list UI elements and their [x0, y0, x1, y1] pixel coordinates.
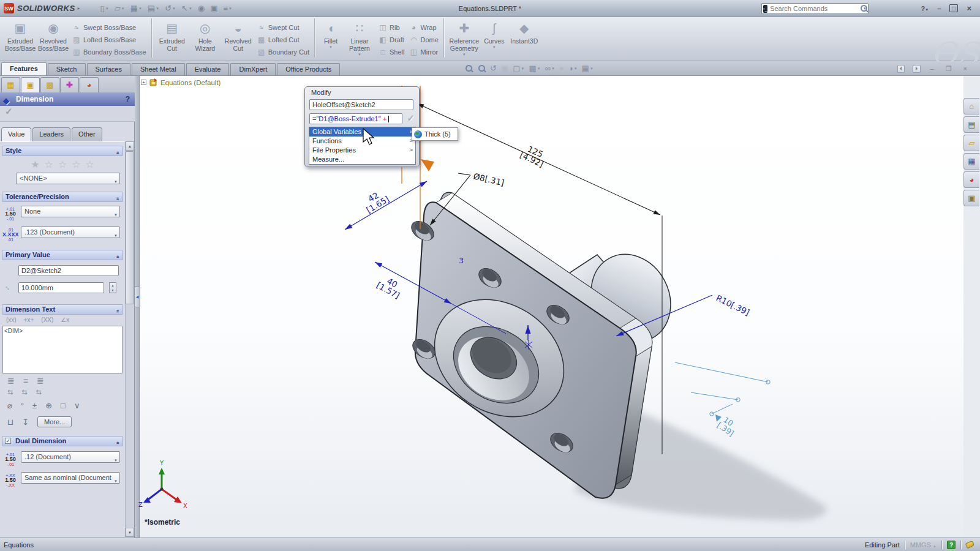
- mirror-button[interactable]: ◫Mirror: [407, 46, 440, 58]
- propertymanager-tab[interactable]: ▣: [21, 77, 40, 92]
- expand-icon[interactable]: +: [141, 80, 146, 85]
- swap-arrows-icon[interactable]: ↔: [3, 282, 13, 292]
- doc-restore-button[interactable]: ❐: [944, 65, 954, 73]
- tab-surfaces[interactable]: Surfaces: [87, 63, 130, 75]
- swept-boss-button[interactable]: ≈Swept Boss/Base: [70, 21, 149, 34]
- tolerance-section-header[interactable]: Tolerance/Precision»: [2, 192, 123, 202]
- doc-close-button[interactable]: ×: [962, 65, 969, 73]
- taskpane-file-explorer-icon[interactable]: ▱: [963, 135, 979, 151]
- panel-collapse-handle[interactable]: ◀: [134, 287, 140, 307]
- draft-button[interactable]: ◧Draft: [376, 34, 407, 46]
- pane-left-icon[interactable]: ⏴: [897, 65, 905, 73]
- load-style-icon[interactable]: ☆: [86, 159, 94, 170]
- pm-ok-button[interactable]: ✓: [5, 106, 13, 116]
- dimension-name-input[interactable]: HoleOffset@Sketch2: [309, 99, 413, 110]
- select-button[interactable]: ↖▼: [179, 2, 194, 14]
- submenu-item-thick[interactable]: Thick (5): [424, 130, 451, 138]
- file-properties-button[interactable]: ▣: [208, 2, 219, 14]
- status-help-icon[interactable]: ?: [947, 541, 956, 549]
- style-section-header[interactable]: Style»: [2, 146, 123, 156]
- parentheses-icon[interactable]: (xx): [6, 317, 17, 323]
- previous-view-icon[interactable]: ↺: [490, 64, 497, 73]
- dimension-name-field[interactable]: D2@Sketch2: [18, 265, 119, 276]
- undo-button[interactable]: ↺▼: [163, 2, 178, 14]
- menu-expand-icon[interactable]: ▸: [78, 6, 80, 11]
- primary-value-section-header[interactable]: Primary Value»: [2, 250, 123, 260]
- save-button[interactable]: ▦▼: [129, 2, 144, 14]
- restore-button[interactable]: □: [949, 4, 958, 12]
- modify-dialog[interactable]: Modify HoleOffset@Sketch2 ="D1@Boss-Extr…: [304, 86, 420, 167]
- justify-right-icon[interactable]: ≣: [37, 376, 44, 386]
- curves-button[interactable]: ʃ Curves ▼: [481, 19, 508, 57]
- more-symbols-button[interactable]: More...: [37, 416, 72, 427]
- zoom-to-area-icon[interactable]: [477, 64, 486, 73]
- view-orientation-icon[interactable]: ▢▼: [513, 64, 524, 73]
- instant3d-button[interactable]: ◆ Instant3D: [508, 19, 541, 57]
- dimension-text-area[interactable]: <DIM>: [2, 326, 123, 373]
- centerline-symbol-icon[interactable]: ⊕: [45, 401, 52, 410]
- configurationmanager-tab[interactable]: ▩: [40, 77, 59, 92]
- revolved-boss-button[interactable]: ◉ Revolved Boss/Base: [37, 19, 70, 57]
- pm-scrollbar[interactable]: ▲ ▼: [125, 141, 134, 537]
- tab-sketch[interactable]: Sketch: [48, 63, 86, 75]
- taskpane-appearances-icon[interactable]: ◕: [963, 171, 979, 188]
- menu-item-measure[interactable]: Measure...: [309, 155, 415, 164]
- boundary-cut-button[interactable]: ▧Boundary Cut: [255, 46, 312, 58]
- edit-appearance-icon[interactable]: ●: [559, 64, 564, 73]
- shell-button[interactable]: □Shell: [376, 46, 407, 58]
- text-position-icon-3[interactable]: ⇆: [36, 388, 41, 396]
- section-view-icon[interactable]: ▣: [501, 64, 508, 73]
- doc-minimize-button[interactable]: –: [929, 65, 936, 73]
- rebuild-button[interactable]: ◉: [196, 2, 206, 14]
- fillet-button[interactable]: ◖ Fillet ▼: [318, 19, 343, 57]
- collapse-icon[interactable]: »: [113, 151, 123, 154]
- counterbore-symbol-icon[interactable]: ⊔: [7, 418, 13, 427]
- dimension-value-field[interactable]: 10.000mm: [18, 282, 104, 293]
- dual-tolerance-select[interactable]: Same as nominal (Document▼: [21, 472, 120, 484]
- square-symbol-icon[interactable]: □: [61, 401, 66, 410]
- help-button[interactable]: ?▼: [921, 5, 929, 12]
- search-icon[interactable]: [859, 4, 863, 13]
- dual-dimension-section-header[interactable]: ✓ Dual Dimension»: [2, 436, 123, 446]
- boundary-boss-button[interactable]: ▥Boundary Boss/Base: [70, 46, 149, 58]
- options-button[interactable]: ≡▼: [222, 2, 235, 14]
- collapse-icon[interactable]: »: [113, 197, 123, 200]
- units-selector[interactable]: MMGS ▲: [910, 541, 937, 549]
- dome-button[interactable]: ◠Dome: [407, 34, 440, 46]
- tab-leaders[interactable]: Leaders: [32, 127, 70, 141]
- zoom-to-fit-icon[interactable]: [464, 64, 473, 73]
- minimize-button[interactable]: –: [937, 5, 941, 12]
- graphics-area[interactable]: [140, 76, 963, 538]
- pane-right-icon[interactable]: ⏵: [913, 65, 921, 73]
- feature-tree-root[interactable]: + Equations (Default): [141, 78, 221, 87]
- dual-precision-select[interactable]: .12 (Document)▼: [21, 451, 120, 463]
- curves-dropdown-icon[interactable]: ▼: [492, 45, 496, 49]
- dimension-text-section-header[interactable]: Dimension Text»: [2, 304, 123, 315]
- tab-features[interactable]: Features: [1, 62, 47, 75]
- tab-evaluate[interactable]: Evaluate: [186, 63, 230, 75]
- offset-text-icon[interactable]: +x+: [24, 317, 34, 323]
- reference-geometry-button[interactable]: ✚ Reference Geometry ▼: [448, 19, 481, 57]
- linear-pattern-button[interactable]: ∷ Linear Pattern ▼: [343, 19, 376, 57]
- open-button[interactable]: ▱▼: [113, 2, 127, 14]
- diameter-symbol-icon[interactable]: ⌀: [7, 401, 12, 410]
- accept-equation-icon[interactable]: ✓: [407, 113, 415, 124]
- tab-dimxpert[interactable]: DimXpert: [230, 63, 276, 75]
- view-settings-icon[interactable]: ▦▼: [582, 64, 594, 73]
- scroll-down-icon[interactable]: ▼: [126, 528, 134, 537]
- inspection-icon[interactable]: (XX): [41, 317, 53, 323]
- tag-icon[interactable]: [965, 541, 975, 549]
- tab-office-products[interactable]: Office Products: [277, 63, 340, 75]
- lofted-boss-button[interactable]: ▨Lofted Boss/Base: [70, 34, 149, 46]
- linear-pattern-dropdown-icon[interactable]: ▼: [358, 53, 361, 56]
- tab-sheet-metal[interactable]: Sheet Metal: [132, 63, 185, 75]
- save-style-icon[interactable]: ☆: [72, 159, 80, 170]
- justify-left-icon[interactable]: ≣: [7, 376, 15, 386]
- print-button[interactable]: ▤▼: [146, 2, 161, 14]
- swept-cut-button[interactable]: ≈Swept Cut: [255, 21, 312, 34]
- taskpane-view-palette-icon[interactable]: ▦: [963, 153, 979, 170]
- angle-text-icon[interactable]: ∠x: [61, 317, 69, 323]
- wrap-button[interactable]: ◕Wrap: [407, 21, 440, 34]
- hole-wizard-button[interactable]: ◎ Hole Wizard: [189, 19, 222, 57]
- apply-default-style-icon[interactable]: ★: [31, 159, 39, 170]
